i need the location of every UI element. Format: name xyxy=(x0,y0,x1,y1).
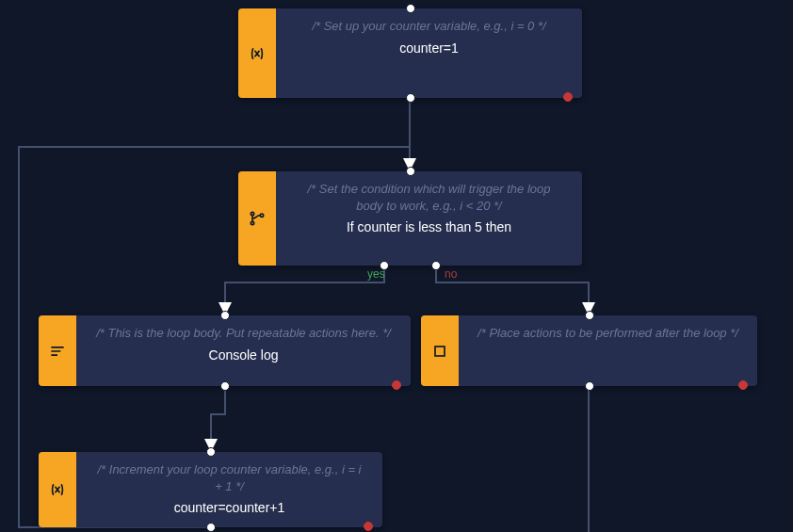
node-title: counter=counter+1 xyxy=(93,500,365,515)
port-yes[interactable] xyxy=(380,261,389,270)
node-title: If counter is less than 5 then xyxy=(293,219,565,234)
port-out[interactable] xyxy=(220,381,230,391)
branch-label-no: no xyxy=(445,267,457,281)
port-in[interactable] xyxy=(220,311,230,320)
node-loop-body[interactable]: /* This is the loop body. Put repeatable… xyxy=(39,315,411,386)
variable-icon xyxy=(238,8,276,98)
node-title: Console log xyxy=(93,347,394,363)
text-lines-icon xyxy=(39,315,76,386)
port-out[interactable] xyxy=(406,93,415,103)
node-title: counter=1 xyxy=(293,40,565,56)
port-error[interactable] xyxy=(364,522,373,531)
node-after-loop[interactable]: /* Place actions to be performed after t… xyxy=(421,315,757,386)
branch-icon xyxy=(238,171,276,266)
node-comment: /* Set the condition which will trigger … xyxy=(293,181,565,214)
port-out[interactable] xyxy=(206,523,216,532)
variable-icon xyxy=(39,452,76,527)
port-no[interactable] xyxy=(431,261,441,270)
port-error[interactable] xyxy=(563,92,573,102)
node-comment: /* Set up your counter variable, e.g., i… xyxy=(293,18,565,35)
port-error[interactable] xyxy=(392,380,401,390)
node-comment: /* Increment your loop counter variable,… xyxy=(93,461,365,494)
port-error[interactable] xyxy=(738,380,748,390)
port-in[interactable] xyxy=(206,447,216,457)
port-out[interactable] xyxy=(585,381,594,391)
node-condition[interactable]: /* Set the condition which will trigger … xyxy=(238,171,582,266)
node-init-counter[interactable]: /* Set up your counter variable, e.g., i… xyxy=(238,8,582,98)
node-increment[interactable]: /* Increment your loop counter variable,… xyxy=(39,452,382,527)
svg-rect-8 xyxy=(435,347,445,356)
node-comment: /* This is the loop body. Put repeatable… xyxy=(93,325,394,342)
port-in[interactable] xyxy=(585,311,594,320)
svg-point-7 xyxy=(260,214,263,217)
square-icon xyxy=(421,315,459,386)
port-in[interactable] xyxy=(406,4,415,13)
node-comment: /* Place actions to be performed after t… xyxy=(476,325,740,342)
svg-point-5 xyxy=(251,212,253,215)
svg-point-6 xyxy=(251,221,253,224)
port-in[interactable] xyxy=(406,167,415,176)
